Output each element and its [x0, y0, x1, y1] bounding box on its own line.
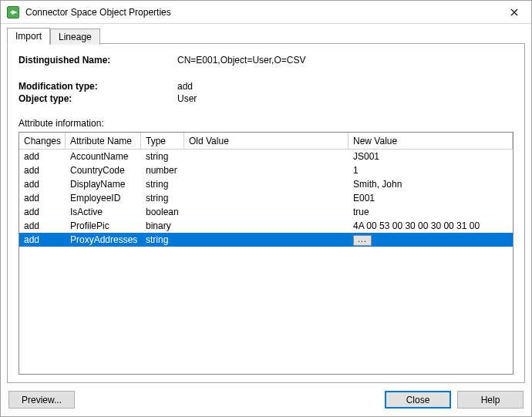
- preview-button[interactable]: Preview...: [8, 391, 75, 409]
- table-row[interactable]: addProfilePicbinary4A 00 53 00 30 00 30 …: [19, 219, 513, 233]
- cell-changes: add: [19, 150, 66, 163]
- cell-attribute: IsActive: [66, 206, 141, 218]
- help-button[interactable]: Help: [457, 391, 524, 409]
- cell-attribute: DisplayName: [66, 178, 141, 190]
- cell-changes: add: [19, 192, 66, 204]
- app-icon: [7, 6, 19, 18]
- grid-body: addAccountNamestringJS001addCountryCoden…: [19, 150, 513, 374]
- cell-type: number: [141, 164, 184, 177]
- cell-old-value: [184, 156, 348, 157]
- cell-attribute: AccountName: [66, 150, 141, 163]
- titlebar: Connector Space Object Properties: [1, 1, 531, 24]
- section-label-attributes: Attribute information:: [19, 118, 513, 129]
- close-icon[interactable]: [497, 1, 531, 24]
- cell-old-value: [184, 239, 348, 240]
- cell-new-value: 4A 00 53 00 30 00 30 00 31 00: [348, 220, 513, 232]
- cell-type: string: [141, 192, 184, 204]
- col-header-changes[interactable]: Changes: [19, 133, 66, 149]
- tab-import[interactable]: Import: [7, 28, 50, 45]
- grid-header: Changes Attribute Name Type Old Value Ne…: [19, 133, 513, 150]
- window-title: Connector Space Object Properties: [25, 7, 497, 18]
- cell-new-value: E001: [348, 192, 513, 204]
- table-row[interactable]: addProxyAddressesstring...: [19, 233, 513, 247]
- cell-changes: add: [19, 206, 66, 218]
- row-distinguished-name: Distinguished Name: CN=E001,Object=User,…: [19, 55, 513, 66]
- cell-new-value: JS001: [348, 150, 513, 163]
- ellipsis-button[interactable]: ...: [353, 235, 372, 246]
- cell-new-value: 1: [348, 164, 513, 177]
- table-row[interactable]: addEmployeeIDstringE001: [19, 191, 513, 205]
- tab-panel-import: Distinguished Name: CN=E001,Object=User,…: [7, 43, 525, 383]
- table-row[interactable]: addCountryCodenumber1: [19, 163, 513, 177]
- cell-attribute: EmployeeID: [66, 192, 141, 204]
- cell-changes: add: [19, 164, 66, 177]
- cell-type: string: [141, 178, 184, 190]
- cell-type: boolean: [141, 206, 184, 218]
- cell-type: binary: [141, 220, 184, 232]
- cell-type: string: [141, 150, 184, 163]
- label-distinguished-name: Distinguished Name:: [19, 55, 177, 66]
- col-header-new-value[interactable]: New Value: [348, 133, 513, 149]
- col-header-attribute[interactable]: Attribute Name: [66, 133, 141, 149]
- cell-old-value: [184, 211, 348, 213]
- cell-attribute: ProfilePic: [66, 220, 141, 232]
- cell-changes: add: [19, 220, 66, 232]
- tabstrip: Import Lineage: [7, 27, 525, 44]
- table-row[interactable]: addIsActivebooleantrue: [19, 205, 513, 219]
- row-modification-type: Modification type: add: [19, 81, 513, 92]
- table-row[interactable]: addDisplayNamestringSmith, John: [19, 177, 513, 191]
- dialog-window: Connector Space Object Properties Import…: [0, 0, 532, 417]
- label-object-type: Object type:: [19, 93, 177, 104]
- content-area: Import Lineage Distinguished Name: CN=E0…: [1, 24, 531, 416]
- cell-old-value: [184, 183, 348, 185]
- cell-old-value: [184, 225, 348, 227]
- cell-new-value: ...: [348, 233, 513, 247]
- cell-changes: add: [19, 178, 66, 190]
- tab-lineage[interactable]: Lineage: [50, 29, 100, 45]
- cell-attribute: CountryCode: [66, 164, 141, 177]
- cell-new-value: Smith, John: [348, 178, 513, 190]
- col-header-type[interactable]: Type: [141, 133, 184, 149]
- cell-old-value: [184, 197, 348, 199]
- value-distinguished-name: CN=E001,Object=User,O=CSV: [177, 55, 513, 66]
- col-header-old-value[interactable]: Old Value: [184, 133, 348, 149]
- row-object-type: Object type: User: [19, 93, 513, 104]
- table-row[interactable]: addAccountNamestringJS001: [19, 150, 513, 163]
- cell-type: string: [141, 234, 184, 246]
- close-button[interactable]: Close: [385, 391, 451, 409]
- cell-attribute: ProxyAddresses: [66, 234, 141, 246]
- attribute-grid[interactable]: Changes Attribute Name Type Old Value Ne…: [19, 132, 513, 375]
- cell-changes: add: [19, 234, 66, 246]
- value-object-type: User: [177, 93, 513, 104]
- value-modification-type: add: [177, 81, 513, 92]
- cell-old-value: [184, 170, 348, 171]
- label-modification-type: Modification type:: [19, 81, 177, 92]
- cell-new-value: true: [348, 206, 513, 218]
- button-bar: Preview... Close Help: [7, 383, 525, 410]
